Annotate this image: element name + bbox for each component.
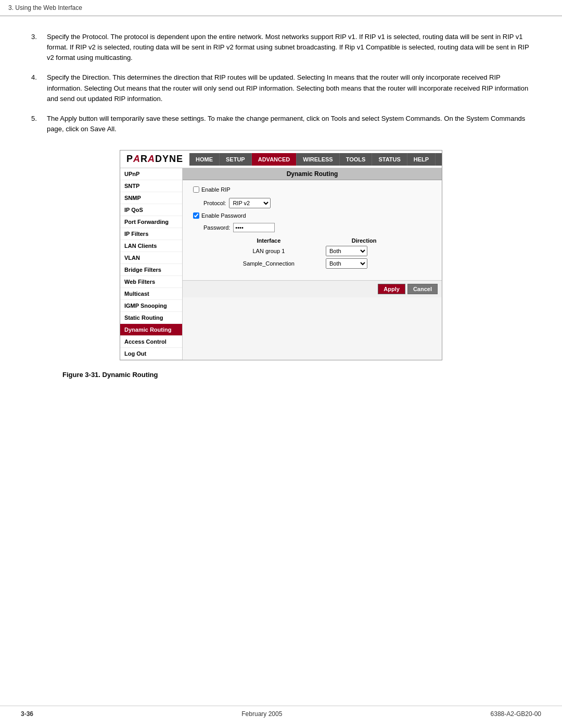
protocol-label: Protocol: <box>203 200 226 206</box>
protocol-row: Protocol: RIP v1 RIP v2 RIP v1 Compatibl… <box>203 198 431 208</box>
step-4-number: 4. <box>31 72 47 104</box>
direction-lan1: In Out Both <box>321 245 407 257</box>
nav-status[interactable]: STATUS <box>372 153 407 166</box>
panel-content: Enable RIP Protocol: RIP v1 RIP v2 RIP v… <box>183 180 442 280</box>
step-4-text: Specify the Direction. This determines t… <box>47 72 531 104</box>
nav-wireless[interactable]: WIRELESS <box>297 153 339 166</box>
sidebar-upnp[interactable]: UPnP <box>120 168 182 180</box>
nav-setup[interactable]: SETUP <box>220 153 252 166</box>
sidebar-lan-clients[interactable]: LAN Clients <box>120 240 182 252</box>
enable-password-label[interactable]: Enable Password <box>193 212 246 219</box>
sidebar-static-routing[interactable]: Static Routing <box>120 312 182 324</box>
main-panel: Dynamic Routing Enable RIP Protocol: RIP <box>183 168 442 360</box>
sidebar-ip-qos[interactable]: IP QoS <box>120 204 182 216</box>
sidebar-igmp-snooping[interactable]: IGMP Snooping <box>120 300 182 312</box>
footer-doc-id: 6388-A2-GB20-00 <box>491 710 541 718</box>
panel-title: Dynamic Routing <box>183 168 442 180</box>
interface-table: Interface Direction LAN group 1 I <box>217 236 407 270</box>
step-3: 3. Specify the Protocol. The protocol is… <box>31 32 531 63</box>
figure-caption-text: Figure 3-31. Dynamic Routing <box>62 371 158 379</box>
sidebar-vlan[interactable]: VLAN <box>120 252 182 264</box>
enable-password-text: Enable Password <box>201 212 246 219</box>
sidebar-log-out[interactable]: Log Out <box>120 348 182 360</box>
page-header: 3. Using the Web Interface <box>0 0 562 16</box>
footer-date: February 2005 <box>241 710 282 718</box>
table-row: Sample_Connection In Out Both <box>217 257 407 270</box>
direction-select-lan1: In Out Both <box>326 246 402 256</box>
protocol-select[interactable]: RIP v1 RIP v2 RIP v1 Compatible <box>229 198 271 208</box>
enable-rip-text: Enable RIP <box>201 186 231 193</box>
direction-dropdown-sample[interactable]: In Out Both <box>326 258 367 269</box>
sidebar-dynamic-routing[interactable]: Dynamic Routing <box>120 324 182 336</box>
step-5-text: The Apply button will temporarily save t… <box>47 114 531 134</box>
step-3-number: 3. <box>31 32 47 63</box>
nav-home[interactable]: HOME <box>189 153 220 166</box>
sidebar-multicast[interactable]: Multicast <box>120 288 182 300</box>
router-ui-screenshot: PARADYNE HOME SETUP ADVANCED WIRELESS TO… <box>120 150 442 360</box>
cancel-button[interactable]: Cancel <box>407 284 438 294</box>
sidebar: UPnP SNTP SNMP IP QoS Port Forwarding IP… <box>120 168 183 360</box>
ui-body: UPnP SNTP SNMP IP QoS Port Forwarding IP… <box>120 168 442 360</box>
password-input[interactable] <box>233 223 275 232</box>
sidebar-web-filters[interactable]: Web Filters <box>120 276 182 288</box>
figure-caption: Figure 3-31. Dynamic Routing <box>31 371 531 379</box>
steps-list: 3. Specify the Protocol. The protocol is… <box>31 32 531 134</box>
interface-header: Interface <box>217 236 321 245</box>
interface-sample: Sample_Connection <box>217 257 321 270</box>
nav-menu: HOME SETUP ADVANCED WIRELESS TOOLS STATU… <box>189 153 442 166</box>
password-label: Password: <box>203 224 230 231</box>
table-row: LAN group 1 In Out Both <box>217 245 407 257</box>
breadcrumb: 3. Using the Web Interface <box>8 4 82 11</box>
direction-select-sample: In Out Both <box>326 258 402 269</box>
step-5: 5. The Apply button will temporarily sav… <box>31 114 531 134</box>
step-3-text: Specify the Protocol. The protocol is de… <box>47 32 531 63</box>
step-5-number: 5. <box>31 114 47 134</box>
sidebar-sntp[interactable]: SNTP <box>120 180 182 192</box>
main-content: 3. Specify the Protocol. The protocol is… <box>0 16 562 399</box>
step-4: 4. Specify the Direction. This determine… <box>31 72 531 104</box>
brand-logo: PARADYNE <box>120 150 189 168</box>
enable-password-row: Enable Password <box>193 212 431 221</box>
interface-lan1: LAN group 1 <box>217 245 321 257</box>
sidebar-bridge-filters[interactable]: Bridge Filters <box>120 264 182 276</box>
enable-rip-label[interactable]: Enable RIP <box>193 186 231 193</box>
direction-sample: In Out Both <box>321 257 407 270</box>
sidebar-snmp[interactable]: SNMP <box>120 192 182 204</box>
page-footer: 3-36 February 2005 6388-A2-GB20-00 <box>0 706 562 718</box>
sidebar-access-control[interactable]: Access Control <box>120 336 182 348</box>
page-number: 3-36 <box>21 710 33 718</box>
nav-advanced[interactable]: ADVANCED <box>252 153 297 166</box>
sidebar-ip-filters[interactable]: IP Filters <box>120 228 182 240</box>
password-row: Password: <box>203 223 431 232</box>
nav-tools[interactable]: TOOLS <box>340 153 373 166</box>
sidebar-port-forwarding[interactable]: Port Forwarding <box>120 216 182 228</box>
nav-help[interactable]: HELP <box>407 153 436 166</box>
direction-header: Direction <box>321 236 407 245</box>
enable-rip-row: Enable RIP <box>193 186 431 195</box>
panel-footer: Apply Cancel <box>183 280 442 297</box>
nav-bar: PARADYNE HOME SETUP ADVANCED WIRELESS TO… <box>120 150 442 168</box>
direction-dropdown-lan1[interactable]: In Out Both <box>326 246 367 256</box>
apply-button[interactable]: Apply <box>378 284 405 294</box>
enable-password-checkbox[interactable] <box>193 212 199 219</box>
enable-rip-checkbox[interactable] <box>193 186 199 193</box>
